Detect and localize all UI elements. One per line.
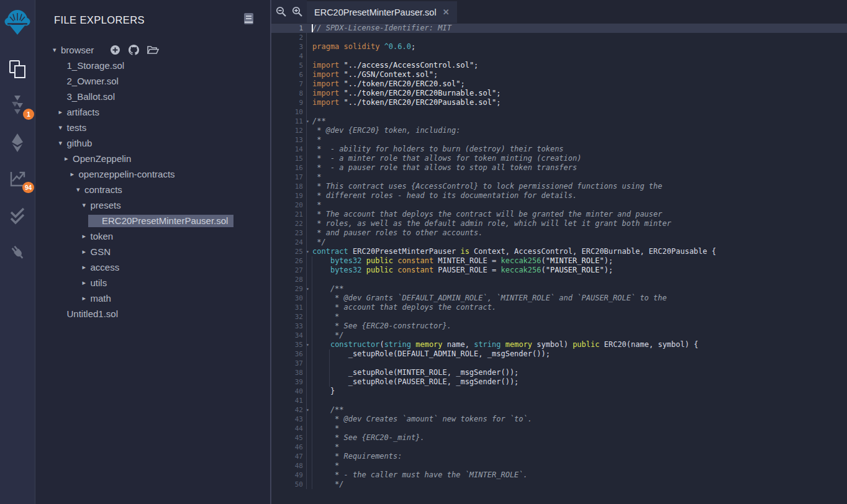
code-line-14: 14 * - ability for holders to burn (dest… [271,145,847,154]
tree-folder-utils[interactable]: ▸utils [35,275,270,290]
caret-down-icon[interactable]: ▾ [83,201,91,209]
tree-folder-math[interactable]: ▸math [35,290,270,306]
caret-down-icon[interactable]: ▾ [53,46,61,54]
fold-arrow-icon[interactable]: ▾ [303,247,312,256]
code-line-15: 15 * - a minter role that allows for tok… [271,154,847,163]
code-line-28: 28 [271,275,847,284]
tree-item-label: 1_Storage.sol [67,60,125,71]
code-text: * @dev Creates `amount` new tokens for `… [312,415,532,424]
line-number: 29 [273,284,303,294]
code-text: import "../token/ERC20/ERC20.sol"; [312,79,465,89]
line-number: 27 [273,266,303,275]
deploy-run-icon[interactable] [7,132,28,153]
caret-right-icon[interactable]: ▸ [83,263,91,271]
plugin-manager-icon[interactable] [7,241,28,263]
caret-right-icon[interactable]: ▸ [59,108,67,116]
code-line-50: 50 */ [271,480,847,489]
code-line-21: 21 * The account that deploys the contra… [271,210,847,219]
line-number: 34 [273,331,303,340]
tree-folder-openzeppelin-contracts[interactable]: ▸openzeppelin-contracts [35,166,270,182]
code-line-30: 30 * @dev Grants `DEFAULT_ADMIN_ROLE`, `… [271,294,847,303]
code-editor[interactable]: 1// SPDX-License-Identifier: MIT23pragma… [271,23,847,489]
code-text: import "../GSN/Context.sol"; [312,70,438,79]
line-number: 1 [273,24,303,33]
code-text: import "../token/ERC20/ERC20Pausable.sol… [312,98,500,107]
caret-down-icon[interactable]: ▾ [59,124,67,132]
tree-item-label: presets [91,200,121,210]
line-number: 43 [273,415,303,424]
caret-right-icon[interactable]: ▸ [83,279,91,287]
file-explorer-icon[interactable] [7,59,28,80]
book-icon[interactable] [243,12,254,27]
fold-spacer [303,70,312,79]
solidity-compiler-icon[interactable]: 1 [7,95,28,116]
fold-arrow-icon[interactable]: ▾ [303,117,312,126]
code-line-42: 42▾ /** [271,405,847,415]
code-text: * [312,200,321,210]
github-import-icon[interactable] [129,45,139,55]
unit-testing-icon[interactable] [7,205,28,227]
open-folder-icon[interactable] [147,45,159,55]
tree-folder-contracts[interactable]: ▾contracts [35,182,270,197]
tree-folder-gsn[interactable]: ▸GSN [35,244,270,259]
caret-right-icon[interactable]: ▸ [71,170,79,178]
tree-folder-openzeppelin[interactable]: ▸OpenZeppelin [35,151,270,166]
line-number: 11 [273,117,303,126]
code-text: pragma solidity ^0.6.0; [312,42,415,52]
code-line-17: 17 * [271,173,847,182]
line-number: 15 [273,154,303,163]
tree-file-2-owner-sol[interactable]: 2_Owner.sol [35,73,270,89]
close-tab-icon[interactable]: ✕ [443,7,450,17]
code-line-19: 19 * different roles - head to its docum… [271,191,847,200]
indent-guide [329,359,330,368]
code-text: _setupRole(MINTER_ROLE, _msgSender()); [312,368,519,377]
line-number: 18 [273,182,303,191]
code-line-48: 48 * [271,461,847,470]
line-number: 22 [273,219,303,228]
caret-right-icon[interactable]: ▸ [83,248,91,256]
indent-guide [312,284,312,294]
line-number: 49 [273,470,303,480]
zoom-out-icon[interactable] [276,6,286,17]
tree-item-label: openzeppelin-contracts [79,169,175,179]
zoom-in-icon[interactable] [292,6,302,17]
tree-folder-browser[interactable]: ▾browser [35,42,270,58]
tree-file-untitled1-sol[interactable]: Untitled1.sol [35,306,270,322]
tree-folder-artifacts[interactable]: ▸artifacts [35,104,270,120]
code-text: } [312,387,335,396]
code-text: * Requirements: [312,452,402,461]
tree-item-label: token [91,231,114,241]
remix-logo-icon[interactable] [4,8,31,37]
caret-right-icon[interactable]: ▸ [83,232,91,240]
tree-folder-access[interactable]: ▸access [35,259,270,275]
tree-folder-tests[interactable]: ▾tests [35,120,270,135]
code-line-6: 6import "../GSN/Context.sol"; [271,70,847,79]
tree-file-erc20presetminterpauser-sol[interactable]: ERC20PresetMinterPauser.sol [35,213,270,228]
code-line-41: 41 [271,396,847,405]
indent-guide [312,312,312,322]
code-text: * [312,461,339,470]
indent-guide [312,275,312,284]
tree-file-3-ballot-sol[interactable]: 3_Ballot.sol [35,89,270,104]
caret-right-icon[interactable]: ▸ [65,155,73,163]
tree-folder-token[interactable]: ▸token [35,228,270,244]
caret-down-icon[interactable]: ▾ [76,186,84,194]
tab-erc20presetminterpauser[interactable]: ERC20PresetMinterPauser.sol ✕ [307,1,457,23]
line-number: 46 [273,443,303,452]
tree-file-1-storage-sol[interactable]: 1_Storage.sol [35,58,270,73]
create-file-icon[interactable] [110,45,120,55]
code-text: * roles, as well as the default admin ro… [312,219,671,228]
caret-down-icon[interactable]: ▾ [59,139,67,147]
static-analysis-icon[interactable]: 94 [7,168,28,189]
line-number: 45 [273,433,303,443]
code-line-25: 25▾contract ERC20PresetMinterPauser is C… [271,247,847,256]
code-text: * and pauser roles to other accounts. [312,228,483,238]
code-line-2: 2 [271,33,847,42]
tree-folder-presets[interactable]: ▾presets [35,197,270,213]
tree-folder-github[interactable]: ▾github [35,135,270,151]
code-text: * [312,173,321,182]
caret-right-icon[interactable]: ▸ [83,294,91,302]
code-line-35: 35▾ constructor(string memory name, stri… [271,340,847,349]
line-number: 4 [273,52,303,61]
tree-item-label: 3_Ballot.sol [67,91,116,102]
